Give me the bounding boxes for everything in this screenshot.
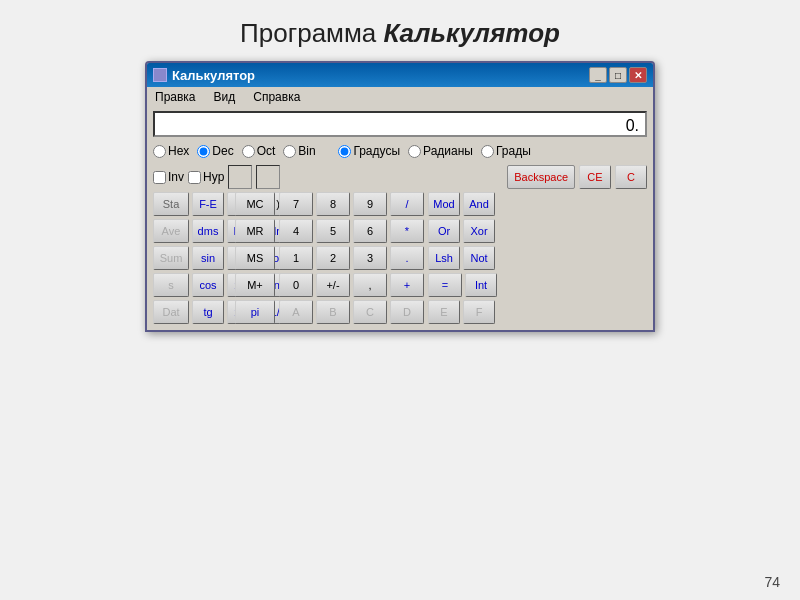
btn-2[interactable]: 2 [316, 246, 350, 270]
display-field: 0. [153, 111, 647, 137]
btn-hex-e: E [428, 300, 460, 324]
minimize-button[interactable]: _ [589, 67, 607, 83]
btn-hex-a: A [279, 300, 313, 324]
btn-8[interactable]: 8 [316, 192, 350, 216]
btn-equals[interactable]: = [428, 273, 462, 297]
c-button[interactable]: C [615, 165, 647, 189]
page-title: Программа Калькулятор [0, 0, 800, 61]
btn-5[interactable]: 5 [316, 219, 350, 243]
title-bar-left: Калькулятор [153, 68, 255, 83]
btn-9[interactable]: 9 [353, 192, 387, 216]
title-bar-controls: _ □ ✕ [589, 67, 647, 83]
btn-tg[interactable]: tg [192, 300, 224, 324]
btn-6[interactable]: 6 [353, 219, 387, 243]
btn-dat: Dat [153, 300, 189, 324]
btn-not[interactable]: Not [463, 246, 495, 270]
section-left: Sta F-E ( ) Ave dms Exp ln Sum sin x^y l… [153, 192, 231, 324]
btn-dms[interactable]: dms [192, 219, 224, 243]
btn-or[interactable]: Or [428, 219, 460, 243]
btn-hex-d: D [390, 300, 424, 324]
checkbox-inv[interactable]: Inv [153, 170, 184, 184]
btn-plus[interactable]: + [390, 273, 424, 297]
btn-sum: Sum [153, 246, 189, 270]
btn-pi[interactable]: pi [235, 300, 275, 324]
display-area: 0. [147, 107, 653, 141]
btn-mc[interactable]: MC [235, 192, 275, 216]
menu-spravka[interactable]: Справка [249, 89, 304, 105]
btn-mul[interactable]: * [390, 219, 424, 243]
title-bar: Калькулятор _ □ ✕ [147, 63, 653, 87]
btn-mplus[interactable]: M+ [235, 273, 275, 297]
radio-hex[interactable]: Hex [153, 144, 189, 158]
main-layout: Sta F-E ( ) Ave dms Exp ln Sum sin x^y l… [153, 192, 647, 324]
section-mid: MC MR MS M+ pi [235, 192, 275, 324]
section-right: Mod And Or Xor Lsh Not = Int E F [428, 192, 497, 324]
calc-body: Inv Hyp Backspace CE C Sta F-E ( ) [147, 161, 653, 330]
close-button[interactable]: ✕ [629, 67, 647, 83]
color-box-1 [228, 165, 252, 189]
numpad: 7 8 9 / 4 5 6 * 1 2 3 . 0 +/- , + [279, 192, 424, 324]
btn-sin[interactable]: sin [192, 246, 224, 270]
btn-4[interactable]: 4 [279, 219, 313, 243]
btn-7[interactable]: 7 [279, 192, 313, 216]
radio-grads[interactable]: Грады [481, 144, 531, 158]
btn-and[interactable]: And [463, 192, 495, 216]
btn-hex-b: B [316, 300, 350, 324]
window-title: Калькулятор [172, 68, 255, 83]
radio-bin[interactable]: Bin [283, 144, 315, 158]
radio-degrees[interactable]: Градусы [338, 144, 400, 158]
radio-radians[interactable]: Радианы [408, 144, 473, 158]
btn-sta[interactable]: Sta [153, 192, 189, 216]
ce-button[interactable]: CE [579, 165, 611, 189]
radio-dec[interactable]: Dec [197, 144, 233, 158]
btn-ave: Ave [153, 219, 189, 243]
btn-dot[interactable]: . [390, 246, 424, 270]
color-box-2 [256, 165, 280, 189]
btn-cos[interactable]: cos [192, 273, 224, 297]
btn-s: s [153, 273, 189, 297]
radio-oct[interactable]: Oct [242, 144, 276, 158]
btn-ms[interactable]: MS [235, 246, 275, 270]
menu-pravka[interactable]: Правка [151, 89, 200, 105]
page-number: 74 [764, 574, 780, 590]
btn-mod[interactable]: Mod [428, 192, 460, 216]
btn-1[interactable]: 1 [279, 246, 313, 270]
btn-mr[interactable]: MR [235, 219, 275, 243]
btn-div[interactable]: / [390, 192, 424, 216]
btn-3[interactable]: 3 [353, 246, 387, 270]
menu-vid[interactable]: Вид [210, 89, 240, 105]
btn-fe[interactable]: F-E [192, 192, 224, 216]
btn-0[interactable]: 0 [279, 273, 313, 297]
calculator-window: Калькулятор _ □ ✕ Правка Вид Справка 0. … [145, 61, 655, 332]
btn-int[interactable]: Int [465, 273, 497, 297]
menu-bar: Правка Вид Справка [147, 87, 653, 107]
window-icon [153, 68, 167, 82]
btn-hex-c: C [353, 300, 387, 324]
backspace-button[interactable]: Backspace [507, 165, 575, 189]
btn-lsh[interactable]: Lsh [428, 246, 460, 270]
checkbox-hyp[interactable]: Hyp [188, 170, 224, 184]
btn-xor[interactable]: Xor [463, 219, 495, 243]
btn-plusminus[interactable]: +/- [316, 273, 350, 297]
btn-comma[interactable]: , [353, 273, 387, 297]
number-base-row: Hex Dec Oct Bin Градусы Радианы Грады [147, 141, 653, 161]
top-row: Inv Hyp Backspace CE C [153, 165, 647, 189]
restore-button[interactable]: □ [609, 67, 627, 83]
btn-hex-f: F [463, 300, 495, 324]
